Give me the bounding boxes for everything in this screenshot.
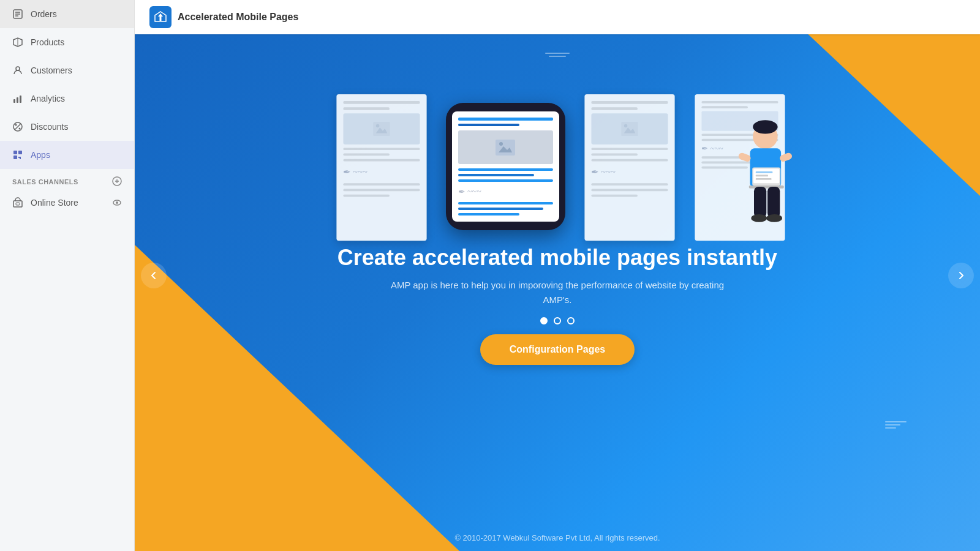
svg-rect-33 (621, 122, 638, 136)
svg-rect-48 (755, 171, 772, 173)
analytics-icon (12, 93, 23, 104)
main-content: Accelerated Mobile Pages Take a Tour (135, 0, 980, 551)
sidebar: Orders Products Customers Analytics (0, 0, 135, 551)
svg-rect-22 (16, 203, 20, 205)
svg-rect-44 (754, 187, 766, 218)
svg-point-5 (16, 67, 20, 70)
online-store-icon (12, 197, 23, 208)
apps-icon (12, 149, 23, 160)
svg-rect-6 (13, 99, 15, 103)
dot-1[interactable] (540, 317, 548, 324)
products-icon (12, 37, 23, 48)
footer: © 2010-2017 Webkul Software Pvt Ltd, All… (135, 533, 980, 542)
svg-rect-45 (767, 187, 780, 218)
app-logo-icon (149, 6, 172, 28)
svg-rect-21 (13, 201, 22, 207)
chevron-right-icon (956, 271, 966, 280)
slide-card-1: ✒ ~~~ (336, 94, 426, 241)
svg-rect-27 (373, 122, 390, 136)
dot-2[interactable] (554, 317, 561, 324)
svg-rect-15 (13, 156, 17, 159)
next-slide-button[interactable] (948, 263, 974, 288)
svg-rect-13 (13, 151, 17, 154)
svg-point-46 (751, 214, 767, 222)
slide-phone-frame: ✒ ~~~ (446, 103, 565, 230)
sidebar-item-products[interactable]: Products (0, 28, 134, 56)
orders-icon (12, 9, 23, 20)
apps-label: Apps (31, 150, 50, 160)
svg-point-24 (116, 201, 118, 204)
sidebar-item-apps[interactable]: Apps (0, 141, 134, 169)
svg-rect-17 (18, 157, 21, 158)
slide-dots (540, 317, 575, 324)
svg-marker-26 (158, 13, 163, 21)
svg-rect-30 (496, 140, 515, 156)
deco-lines-br (885, 421, 907, 429)
svg-rect-8 (20, 96, 21, 103)
sales-channels-header: SALES CHANNELS (0, 169, 134, 191)
deco-lines-top (545, 53, 570, 57)
hero-text: Create accelerated mobile pages instantl… (337, 245, 777, 307)
sidebar-item-online-store[interactable]: Online Store (0, 191, 134, 214)
discounts-icon (12, 121, 23, 132)
hero-content: ✒ ~~~ (135, 34, 980, 551)
svg-rect-42 (737, 152, 752, 162)
products-label: Products (31, 37, 64, 47)
online-store-label: Online Store (31, 198, 78, 208)
sidebar-item-customers[interactable]: Customers (0, 56, 134, 84)
customers-label: Customers (31, 66, 72, 75)
slide-card-4: ✒ ~~~ (695, 94, 785, 241)
configuration-pages-button[interactable]: Configuration Pages (480, 334, 635, 365)
chevron-left-icon (149, 271, 159, 280)
sidebar-item-analytics[interactable]: Analytics (0, 84, 134, 113)
dot-3[interactable] (567, 317, 575, 324)
sidebar-item-discounts[interactable]: Discounts (0, 113, 134, 141)
svg-rect-50 (755, 178, 771, 180)
svg-point-10 (19, 128, 21, 130)
slides-area: ✒ ~~~ (326, 71, 789, 230)
app-name: Accelerated Mobile Pages (178, 12, 298, 23)
svg-point-9 (15, 124, 17, 126)
sidebar-item-orders[interactable]: Orders (0, 0, 134, 28)
app-logo: Accelerated Mobile Pages (149, 6, 298, 28)
take-tour-button[interactable]: Take a Tour (921, 9, 965, 18)
svg-rect-49 (755, 175, 767, 177)
orders-label: Orders (31, 9, 57, 19)
eye-icon[interactable] (112, 198, 122, 208)
prev-slide-button[interactable] (141, 263, 167, 288)
svg-point-32 (499, 142, 503, 146)
person-illustration (723, 117, 796, 241)
analytics-label: Analytics (31, 94, 65, 103)
discounts-label: Discounts (31, 122, 68, 132)
hero-subtitle: AMP app is here to help you in imporovin… (386, 278, 729, 307)
slide-card-3: ✒ ~~~ (584, 94, 674, 241)
svg-rect-14 (18, 151, 22, 154)
add-sales-channel-icon[interactable] (112, 176, 122, 187)
topbar: Accelerated Mobile Pages (135, 0, 980, 34)
customers-icon (12, 65, 23, 76)
svg-rect-7 (17, 97, 18, 103)
hero-title: Create accelerated mobile pages instantl… (337, 245, 777, 271)
